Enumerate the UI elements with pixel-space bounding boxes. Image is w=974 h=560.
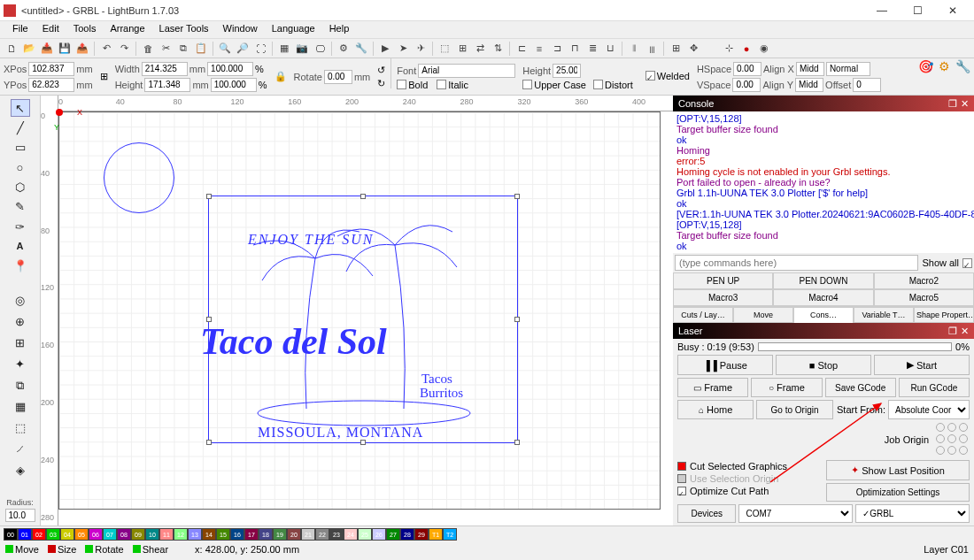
select-tool[interactable]: ↖ <box>11 99 30 117</box>
canvas-area[interactable]: 04080120160200240280 0408012016020024028… <box>41 96 673 525</box>
color-12[interactable]: 12 <box>174 528 188 541</box>
align-center-icon[interactable]: ≡ <box>531 41 547 57</box>
color-21[interactable]: 21 <box>301 528 315 541</box>
menu-laser-tools[interactable]: Laser Tools <box>152 21 216 38</box>
color-23[interactable]: 23 <box>329 528 344 541</box>
mirror-tool[interactable]: ⧉ <box>11 376 30 395</box>
outline-tool[interactable]: ◈ <box>11 461 30 480</box>
offset-input[interactable] <box>853 78 881 92</box>
group-icon[interactable]: ⬚ <box>437 41 452 57</box>
monitor-icon[interactable]: 🖵 <box>312 41 328 57</box>
camera-icon[interactable]: 📷 <box>294 41 310 57</box>
color-17[interactable]: 17 <box>244 528 259 541</box>
port-select[interactable]: COM7 <box>738 504 853 523</box>
console-close-icon[interactable]: ✕ <box>961 98 969 110</box>
macro-3[interactable]: Macro3 <box>673 289 773 306</box>
color-27[interactable]: 27 <box>386 528 400 541</box>
oframe-button[interactable]: ○Frame <box>751 378 822 397</box>
settings-icon[interactable]: ⚙ <box>336 41 352 57</box>
italic-check[interactable] <box>437 80 446 89</box>
color-06[interactable]: 06 <box>89 528 103 541</box>
gotoorigin-button[interactable]: Go to Origin <box>756 400 832 419</box>
move-tool-icon[interactable]: ✥ <box>685 41 701 57</box>
color-19[interactable]: 19 <box>273 528 287 541</box>
start-button[interactable]: ▶Start <box>874 355 970 375</box>
color-20[interactable]: 20 <box>287 528 301 541</box>
menu-window[interactable]: Window <box>216 21 265 38</box>
new-icon[interactable]: 🗋 <box>4 41 19 57</box>
color-01[interactable]: 01 <box>18 528 32 541</box>
canvas-workspace[interactable]: X Y <box>58 111 661 510</box>
color-13[interactable]: 13 <box>188 528 202 541</box>
rotate-cw-icon[interactable]: ↻ <box>377 78 385 89</box>
aligny-select[interactable] <box>795 78 823 92</box>
color-03[interactable]: 03 <box>46 528 60 541</box>
rotate-input[interactable] <box>324 70 352 84</box>
wpct-input[interactable] <box>207 62 253 76</box>
color-15[interactable]: 15 <box>216 528 230 541</box>
jog-icon[interactable]: ● <box>738 41 754 57</box>
color-25[interactable]: 25 <box>358 528 372 541</box>
distort-check[interactable] <box>593 80 603 89</box>
target-icon[interactable]: 🎯 <box>917 58 933 74</box>
fontheight-input[interactable] <box>553 64 581 78</box>
edit-tool[interactable]: ✎ <box>11 198 30 216</box>
style-select[interactable] <box>826 62 870 76</box>
menu-arrange[interactable]: Arrange <box>103 21 151 38</box>
frame-button[interactable]: ▭Frame <box>677 378 748 397</box>
import-icon[interactable]: 📥 <box>39 41 55 57</box>
color-04[interactable]: 04 <box>60 528 74 541</box>
height-input[interactable] <box>144 78 190 92</box>
delete-icon[interactable]: 🗑 <box>140 41 156 57</box>
color-28[interactable]: 28 <box>400 528 414 541</box>
macro-4[interactable]: Macro4 <box>773 289 873 306</box>
laser-pos-icon[interactable]: ◉ <box>756 41 772 57</box>
color-T1[interactable]: T1 <box>429 528 443 541</box>
optsettings-button[interactable]: Optimization Settings <box>826 483 970 502</box>
preview-icon[interactable]: ▦ <box>276 41 292 57</box>
menu-file[interactable]: File <box>5 21 35 38</box>
artwork-design-box[interactable]: ENJOY THE SUN Taco del Sol Tacos Burrito… <box>208 196 518 443</box>
savegcode-button[interactable]: Save GCode <box>825 378 896 397</box>
showlast-button[interactable]: ✦Show Last Position <box>826 460 970 480</box>
tab-console[interactable]: Cons… <box>793 307 854 323</box>
array-icon[interactable]: ⊞ <box>668 41 684 57</box>
alignx-select[interactable] <box>796 62 824 76</box>
macro-pendown[interactable]: PEN DOWN <box>773 272 873 289</box>
color-05[interactable]: 05 <box>74 528 89 541</box>
stop-button[interactable]: ■Stop <box>776 355 871 375</box>
color-24[interactable]: 24 <box>344 528 358 541</box>
macro-penup[interactable]: PEN UP <box>673 272 773 289</box>
color-02[interactable]: 02 <box>32 528 46 541</box>
color-07[interactable]: 07 <box>103 528 117 541</box>
position-icon[interactable]: ⊹ <box>721 41 737 57</box>
color-08[interactable]: 08 <box>117 528 131 541</box>
home-icon[interactable]: ✈ <box>413 41 429 57</box>
save-icon[interactable]: 💾 <box>57 41 73 57</box>
tab-shapeprops[interactable]: Shape Propert… <box>914 307 974 323</box>
console-output[interactable]: [OPT:V,15,128]Target buffer size foundok… <box>673 111 974 253</box>
color-09[interactable]: 09 <box>131 528 145 541</box>
dist-h-icon[interactable]: ⫴ <box>626 41 642 57</box>
devices-button[interactable]: Devices <box>677 504 736 523</box>
device-select[interactable]: ✓GRBL <box>855 504 970 523</box>
showall-check[interactable] <box>962 258 972 268</box>
undo-icon[interactable]: ↶ <box>98 41 114 57</box>
tab-variable[interactable]: Variable T… <box>854 307 914 323</box>
align-top-icon[interactable]: ⊓ <box>567 41 583 57</box>
color-22[interactable]: 22 <box>315 528 329 541</box>
dist-v-icon[interactable]: ⫼ <box>644 41 660 57</box>
artwork-circle[interactable] <box>104 142 174 213</box>
warp-tool[interactable]: ▦ <box>11 397 30 417</box>
xpos-input[interactable] <box>28 62 74 76</box>
width-input[interactable] <box>142 62 188 76</box>
run-icon[interactable]: ▶ <box>377 41 393 57</box>
fliph-icon[interactable]: ⇄ <box>472 41 488 57</box>
color-18[interactable]: 18 <box>259 528 273 541</box>
copy-icon[interactable]: ⧉ <box>175 41 191 57</box>
line-tool[interactable]: ╱ <box>11 119 30 136</box>
color-00[interactable]: 00 <box>4 528 18 541</box>
wrench-icon[interactable]: 🔧 <box>955 58 970 74</box>
radius-input[interactable] <box>5 509 35 522</box>
color-26[interactable]: 26 <box>372 528 386 541</box>
